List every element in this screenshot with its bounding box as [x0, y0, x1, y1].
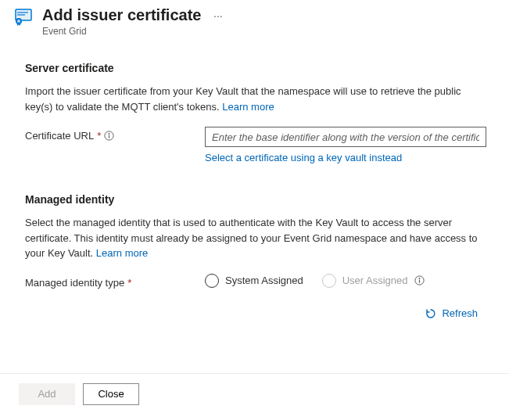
svg-rect-7 [109, 135, 109, 138]
managed-identity-type-label: Managed identity type * [25, 274, 197, 289]
server-cert-description: Import the issuer certificate from your … [25, 84, 484, 114]
add-button: Add [19, 383, 75, 405]
blade-title: Add issuer certificate [42, 6, 201, 24]
managed-identity-type-field: Managed identity type * System Assigned … [25, 274, 484, 289]
radio-icon [205, 274, 219, 288]
certificate-url-input[interactable] [205, 127, 486, 147]
certificate-url-field: Certificate URL * Select a certificate u… [25, 127, 484, 163]
server-cert-learn-more-link[interactable]: Learn more [222, 101, 274, 113]
info-icon[interactable] [414, 275, 425, 285]
managed-identity-title: Managed identity [25, 193, 484, 206]
user-assigned-radio: User Assigned [322, 274, 425, 288]
server-certificate-section: Server certificate Import the issuer cer… [25, 62, 484, 163]
close-button[interactable]: Close [83, 383, 139, 405]
managed-identity-description: Select the managed identity that is used… [25, 215, 484, 261]
refresh-icon [425, 307, 437, 320]
managed-identity-learn-more-link[interactable]: Learn more [96, 247, 148, 259]
more-icon[interactable]: ··· [213, 9, 223, 22]
svg-rect-10 [418, 280, 419, 283]
certificate-url-label: Certificate URL * [25, 127, 197, 142]
required-indicator: * [97, 130, 101, 142]
certificate-icon [14, 6, 34, 27]
refresh-button[interactable]: Refresh [425, 307, 478, 320]
radio-icon [322, 274, 336, 288]
required-indicator: * [127, 277, 131, 289]
system-assigned-radio[interactable]: System Assigned [205, 274, 303, 288]
identity-type-radio-group: System Assigned User Assigned [205, 274, 425, 288]
svg-point-6 [109, 133, 110, 135]
blade-header: Add issuer certificate ··· Event Grid [0, 0, 509, 37]
managed-identity-section: Managed identity Select the managed iden… [25, 193, 484, 320]
select-key-vault-link[interactable]: Select a certificate using a key vault i… [205, 152, 402, 163]
blade-subtitle: Event Grid [42, 26, 495, 37]
blade-footer: Add Close [0, 373, 509, 415]
server-cert-title: Server certificate [25, 62, 484, 74]
svg-point-4 [17, 20, 20, 23]
add-issuer-certificate-blade: Add issuer certificate ··· Event Grid Se… [0, 0, 509, 415]
svg-point-9 [418, 278, 420, 279]
info-icon[interactable] [104, 131, 114, 141]
